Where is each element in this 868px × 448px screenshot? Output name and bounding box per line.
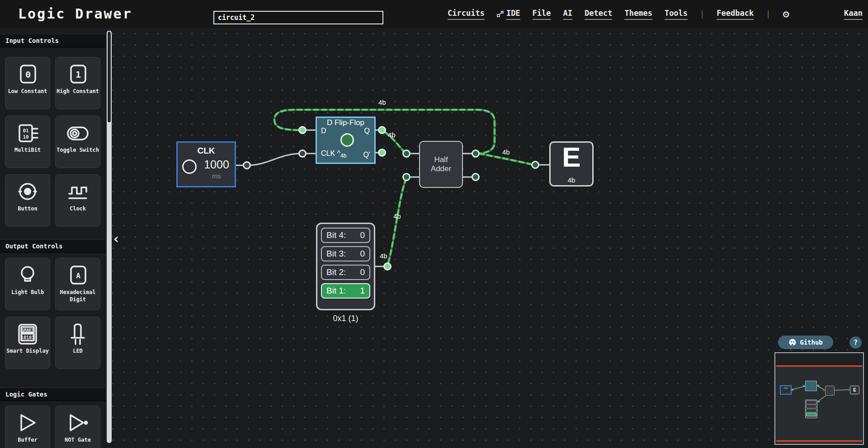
led-icon [65,322,90,347]
port-adder-input-a[interactable] [402,149,410,158]
port-clk-output[interactable] [243,161,251,169]
nav-ai[interactable]: AI [563,9,572,20]
palette-label: MultiBit [6,147,49,154]
palette-item-low-constant[interactable]: 0 Low Constant [5,57,50,109]
high-constant-icon: 1 [65,62,90,87]
multibit-component[interactable]: Bit 4: 0 Bit 3: 0 Bit 2: 0 Bit 1: 1 [316,223,375,310]
port-hex-input[interactable] [531,161,539,169]
bit-label: Bit 2: [326,267,346,277]
palette-item-clock[interactable]: Clock [55,174,100,227]
svg-text:1: 1 [75,69,81,80]
output-controls-grid: Light Bulb A Hexadecimal Digit SMART 101… [5,258,101,369]
palette-item-toggle-switch[interactable]: Toggle Switch [55,116,100,168]
svg-text:01: 01 [23,128,29,134]
sidebar-scrollbar[interactable] [105,28,112,448]
palette-item-button[interactable]: Button [5,174,50,227]
settings-gear-icon[interactable]: ⚙ [783,9,789,19]
port-dff-q-output[interactable] [378,126,386,134]
app-root: Logic Drawer Circuits IDE File AI Detect… [0,0,868,448]
minimap-dff [805,381,817,391]
nav-feedback[interactable]: Feedback [717,9,754,20]
minimap-multibit [805,400,817,418]
palette-label: Buffer [6,437,49,444]
d-flip-flop-component[interactable]: D Flip-Flop D Q CLK ^4b Q' [316,117,376,164]
circuit-name-input[interactable] [213,11,383,24]
multibit-row[interactable]: Bit 2: 0 [321,265,370,280]
hexadecimal-digit-icon: A [65,263,90,288]
palette-label: Smart Display [6,348,49,355]
logic-gates-grid: Buffer NOT Gate [5,406,101,448]
multibit-row[interactable]: Bit 4: 0 [321,228,370,243]
hex-digit-display-component[interactable]: E 4b [549,141,594,187]
help-button[interactable]: ? [849,336,862,349]
nav-tools[interactable]: Tools [665,9,688,20]
svg-text:SMART: SMART [22,328,33,332]
palette-item-multibit[interactable]: 01 10 MultiBit [5,116,50,168]
port-multibit-output[interactable] [383,262,392,271]
nav-separator: | [700,9,704,19]
minimap-half-adder [825,386,835,396]
dff-d-label: D [321,127,326,135]
multibit-row[interactable]: Bit 3: 0 [321,246,370,261]
not-gate-icon [65,411,90,436]
light-bulb-icon [15,263,40,288]
nav-separator: | [766,9,770,19]
input-controls-grid: 0 Low Constant 1 High Constant 01 1 [5,57,101,227]
half-adder-label-line1: Half [434,155,448,164]
nav-user[interactable]: Kaan [844,9,863,20]
port-dff-clk-input[interactable] [298,149,307,158]
button-icon [15,179,40,205]
palette-item-high-constant[interactable]: 1 High Constant [55,57,100,109]
navbar: Logic Drawer Circuits IDE File AI Detect… [0,0,868,28]
wire-bitwidth-label: 4b [502,148,510,156]
wire-clk-to-dff[interactable] [248,154,298,165]
low-constant-icon: 0 [15,62,40,87]
github-button-label: Github [800,339,823,346]
buffer-icon [15,411,40,436]
nav-file[interactable]: File [533,9,551,20]
port-adder-sum-output[interactable] [472,149,480,158]
palette-item-buffer[interactable]: Buffer [5,406,50,448]
circuit-canvas[interactable]: ‹ [112,28,868,448]
palette-item-led[interactable]: LED [55,317,100,369]
port-adder-input-b[interactable] [402,173,410,181]
section-header-output-controls: Output Controls [0,239,105,253]
port-adder-carry-output[interactable] [472,173,480,181]
palette-item-not-gate[interactable]: NOT Gate [55,406,100,448]
palette-label: High Constant [56,88,99,95]
port-dff-qnot-output[interactable] [378,149,386,157]
clock-icon [65,179,90,205]
palette-label: Button [6,205,49,213]
palette-item-smart-display[interactable]: SMART 10101 Smart Display [5,317,50,369]
smart-display-icon: SMART 10101 [15,322,40,347]
clock-title: CLK [178,146,235,156]
bit-value: 0 [360,267,365,277]
bit-label: Bit 1: [326,286,346,296]
minimap[interactable]: CLK E [774,352,864,445]
svg-text:0: 0 [25,69,31,80]
component-sidebar: Input Controls 0 Low Constant 1 High Con… [0,28,105,448]
wire-bitwidth-label: 4b [378,98,386,106]
palette-label: Hexadecimal Digit [56,289,99,303]
port-dff-d-input[interactable] [298,126,307,134]
nav-ide-label: IDE [506,9,520,20]
bit-value: 1 [360,286,365,296]
clock-component[interactable]: CLK 1000 ms [176,141,236,187]
multibit-row-active[interactable]: Bit 1: 1 [321,283,370,299]
clock-interval-value: 1000 [198,158,235,171]
scrollbar-thumb[interactable] [107,31,112,123]
github-button[interactable]: Github [778,336,833,349]
nav-themes[interactable]: Themes [624,9,652,20]
palette-item-hexadecimal-digit[interactable]: A Hexadecimal Digit [55,258,100,310]
dff-q-label: Q [364,127,370,135]
nav-ide[interactable]: IDE [497,9,520,20]
hex-display-bitwidth: 4b [551,176,592,184]
wire-layer [112,28,868,448]
nav-circuits[interactable]: Circuits [448,9,485,20]
nav-detect[interactable]: Detect [585,9,612,20]
palette-item-light-bulb[interactable]: Light Bulb [5,258,50,310]
clock-interval-unit: ms [198,172,235,180]
half-adder-component[interactable]: Half Adder [419,141,463,188]
clock-state-indicator[interactable] [182,159,197,174]
section-header-logic-gates: Logic Gates [0,387,105,401]
